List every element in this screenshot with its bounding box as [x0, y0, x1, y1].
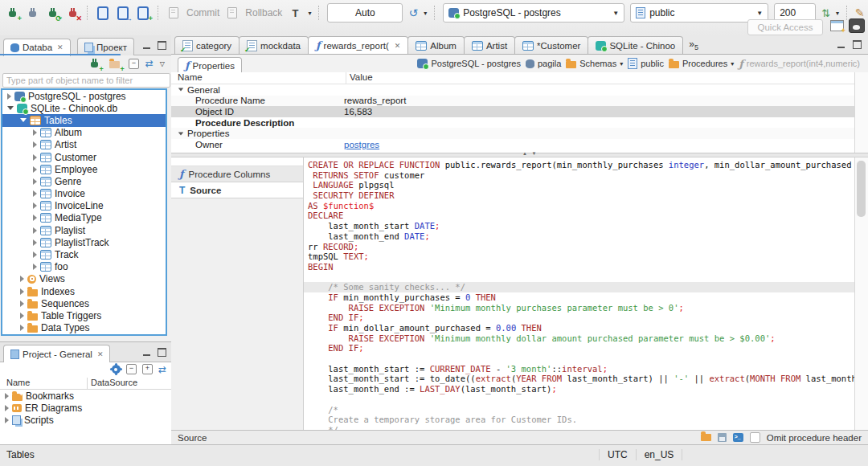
subtab-source[interactable]: TSource [171, 182, 303, 198]
tree-item-employee[interactable]: Employee [2, 163, 166, 175]
header-name[interactable]: Name [171, 72, 346, 84]
breadcrumb-item-postgresql-postgres[interactable]: PostgreSQL - postgres [417, 59, 520, 68]
object-filter-input[interactable] [2, 73, 170, 88]
tree-item-playlist[interactable]: Playlist [2, 224, 166, 236]
close-icon[interactable]: ✕ [97, 350, 104, 358]
commit-mode-select[interactable]: Auto [327, 3, 403, 22]
collapsed-arrow-icon[interactable] [33, 141, 37, 148]
tree-item-customer[interactable]: Customer [2, 151, 166, 163]
commit-icon[interactable] [166, 6, 181, 20]
collapse-all-icon[interactable]: − [126, 364, 137, 374]
save-to-file-icon[interactable] [718, 433, 727, 442]
tree-item-sqlite-chinook-db[interactable]: SQLite - Chinook.db [2, 102, 166, 114]
recent-sql-editor-icon[interactable]: → [116, 6, 130, 20]
tree-item-indexes[interactable]: Indexes [2, 285, 166, 297]
open-console-icon[interactable] [733, 433, 743, 442]
collapsed-arrow-icon[interactable] [33, 239, 37, 246]
breadcrumb-item-rewards-report-int4-numeric-[interactable]: ƒrewards_report(int4,numeric) [739, 59, 860, 69]
tree-item-sequences[interactable]: Sequences [2, 297, 166, 309]
close-icon[interactable]: ✕ [57, 43, 63, 51]
view-menu-icon[interactable]: ▽ [160, 60, 165, 67]
editor-tab-artist[interactable]: Artist [464, 36, 515, 54]
expanded-arrow-icon[interactable] [178, 132, 183, 135]
project-item-scripts[interactable]: Scripts [0, 414, 171, 426]
tree-item-artist[interactable]: Artist [2, 139, 166, 151]
tree-item-tables[interactable]: Tables [2, 114, 166, 126]
tree-item-views[interactable]: Views [2, 273, 166, 285]
dropdown-arrow-icon[interactable]: ▾ [731, 60, 734, 67]
collapsed-arrow-icon[interactable] [20, 300, 24, 307]
sync-connection-icon[interactable]: ⇅ [821, 8, 830, 18]
expanded-arrow-icon[interactable] [20, 118, 27, 122]
omit-procedure-header-checkbox[interactable] [750, 432, 760, 443]
column-datasource[interactable]: DataSource [87, 378, 171, 389]
collapsed-arrow-icon[interactable] [33, 202, 37, 209]
dbeaver-perspective-icon[interactable] [849, 18, 865, 33]
tree-item-track[interactable]: Track [2, 248, 166, 260]
new-connection-icon[interactable]: + [5, 6, 19, 20]
transaction-log-icon[interactable]: ↺ [408, 7, 418, 18]
collapsed-arrow-icon[interactable] [33, 190, 37, 197]
properties-scrollbar[interactable] [854, 72, 868, 153]
connection-select[interactable]: PostgreSQL - postgres ▼ [443, 3, 624, 22]
expand-all-icon[interactable]: + [142, 364, 153, 374]
source-scrollbar[interactable] [854, 157, 868, 430]
tree-item-mediatype[interactable]: MediaType [2, 212, 166, 224]
project-item-er-diagrams[interactable]: ER Diagrams [0, 402, 171, 414]
editor-tab-album[interactable]: Album [407, 36, 465, 54]
collapsed-arrow-icon[interactable] [33, 178, 37, 185]
subtab-procedure-columns[interactable]: ƒProcedure Columns [171, 166, 303, 182]
open-perspective-icon[interactable] [830, 20, 844, 31]
breadcrumb-item-public[interactable]: public [628, 58, 664, 69]
property-row-general[interactable]: General [171, 84, 854, 96]
new-folder-icon[interactable]: + [108, 56, 122, 71]
reconnect-icon[interactable]: ⟳ [45, 6, 59, 20]
transaction-mode-icon[interactable]: T [288, 6, 302, 20]
tab-project-general[interactable]: Project - General ✕ [3, 345, 110, 362]
collapsed-arrow-icon[interactable] [33, 154, 37, 161]
sync-dropdown-icon[interactable]: ▾ [836, 10, 839, 17]
tree-item-invoiceline[interactable]: InvoiceLine [2, 200, 166, 212]
tab-properties[interactable]: ƒ Properties [178, 57, 242, 73]
breadcrumb-item-pagila[interactable]: pagila [526, 59, 561, 68]
tree-item-genre[interactable]: Genre [2, 175, 166, 187]
transaction-mode-dropdown-icon[interactable]: ▾ [308, 10, 311, 17]
collapse-all-icon[interactable]: − [129, 59, 139, 69]
tree-item-invoice[interactable]: Invoice [2, 188, 166, 200]
property-row-owner[interactable]: Ownerpostgres [171, 139, 854, 150]
minimize-icon[interactable] [837, 41, 845, 48]
collapsed-arrow-icon[interactable] [33, 251, 37, 258]
collapsed-arrow-icon[interactable] [20, 325, 24, 331]
dropdown-arrow-icon[interactable]: ▾ [620, 60, 623, 67]
link-with-editor-icon[interactable]: ⇄ [145, 59, 154, 68]
sql-editor-icon[interactable] [96, 6, 110, 20]
collapsed-arrow-icon[interactable] [5, 417, 9, 423]
tree-item-data-types[interactable]: Data Types [2, 322, 166, 334]
property-row-properties[interactable]: Properties [171, 128, 854, 139]
quick-access-input[interactable]: Quick Access [747, 19, 823, 35]
property-row-procedure-description[interactable]: Procedure Description [171, 117, 854, 129]
rollback-icon[interactable] [225, 6, 240, 20]
maximize-icon[interactable] [158, 348, 166, 357]
collapsed-arrow-icon[interactable] [20, 276, 24, 282]
tree-item-postgresql-postgres[interactable]: PostgreSQL - postgres [2, 90, 166, 102]
editor-tab-category[interactable]: category [174, 36, 240, 54]
collapsed-arrow-icon[interactable] [33, 227, 37, 234]
expanded-arrow-icon[interactable] [7, 106, 14, 110]
property-row-object-id[interactable]: Object ID16,583 [171, 106, 854, 117]
editor-tab-sqlite-chinoo[interactable]: SQLite - Chinoo [588, 36, 683, 54]
close-icon[interactable]: ✕ [395, 42, 401, 50]
locale-label[interactable]: en_US [637, 449, 683, 460]
collapsed-arrow-icon[interactable] [33, 166, 37, 173]
header-value[interactable]: Value [346, 72, 854, 84]
expanded-arrow-icon[interactable] [178, 88, 183, 92]
new-connection-icon[interactable]: + [87, 56, 101, 71]
transaction-log-dropdown-icon[interactable]: ▾ [424, 10, 427, 17]
new-sql-editor-icon[interactable]: + [136, 6, 150, 20]
maximize-icon[interactable] [158, 41, 166, 50]
settings-gear-icon[interactable] [112, 365, 121, 374]
breadcrumb-item-schemas[interactable]: Schemas▾ [566, 59, 623, 68]
tab-overflow-indicator[interactable]: »5 [689, 39, 698, 51]
load-from-file-icon[interactable] [701, 434, 711, 441]
collapsed-arrow-icon[interactable] [5, 393, 9, 399]
